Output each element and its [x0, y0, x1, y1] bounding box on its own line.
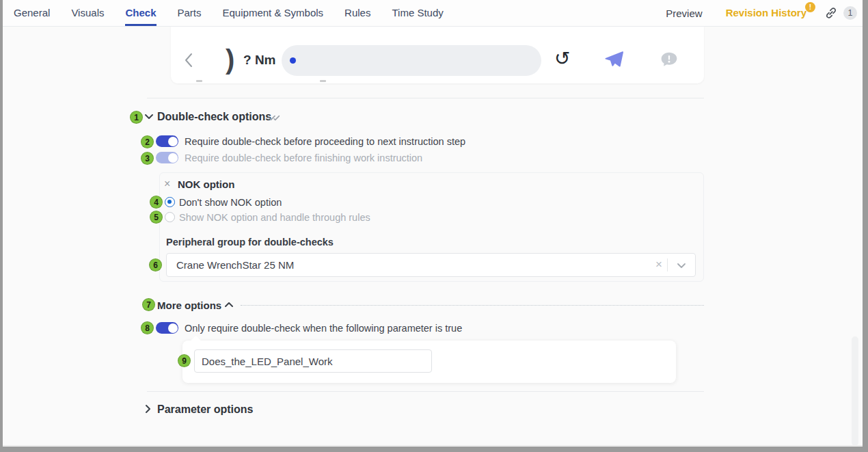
nok-option-title: NOK option — [178, 178, 234, 191]
collapse-chevron-right-icon[interactable] — [145, 404, 151, 414]
radio-show-nok-label[interactable]: Show NOK option and handle through rules — [179, 212, 370, 224]
toggle-knob — [168, 323, 178, 333]
nav-tabs: General Visuals Check Parts Equipment & … — [14, 0, 444, 26]
annotation-marker-4: 4 — [150, 196, 163, 209]
cursor-dot — [290, 57, 296, 64]
right-scrollbar-strip[interactable] — [863, 0, 868, 452]
comment-alert-icon[interactable] — [660, 51, 678, 68]
select-chevron-down-icon[interactable] — [677, 263, 686, 268]
radio-dont-show-nok[interactable] — [165, 197, 175, 207]
tab-equipment-symbols[interactable]: Equipment & Symbols — [223, 0, 324, 26]
dotted-divider — [241, 305, 704, 306]
peripheral-group-select[interactable]: Crane WrenchStar 25 NM × — [166, 253, 696, 277]
revision-history-button[interactable]: Revision History ! — [726, 7, 806, 19]
annotation-marker-9: 9 — [178, 354, 191, 367]
revision-alert-badge: ! — [805, 2, 815, 12]
annotation-marker-2: 2 — [141, 135, 154, 148]
annotation-marker-8: 8 — [141, 321, 154, 334]
toggle-double-check-next-step[interactable] — [156, 135, 178, 147]
check-toolbar-card: ) ? Nm ↺ — [171, 26, 704, 83]
bottom-edge-line — [3, 445, 863, 446]
collapse-chevron-down-icon[interactable] — [144, 114, 154, 120]
toggle-finish-label[interactable]: Require double-check before finishing wo… — [185, 152, 422, 164]
app-window: General Visuals Check Parts Equipment & … — [0, 0, 868, 452]
parameter-options-title[interactable]: Parameter options — [157, 403, 253, 416]
annotation-marker-1: 1 — [130, 111, 143, 124]
preview-button[interactable]: Preview — [666, 8, 702, 19]
torque-value-input[interactable] — [282, 45, 541, 76]
select-separator — [667, 258, 668, 271]
top-nav: General Visuals Check Parts Equipment & … — [0, 0, 868, 27]
double-check-icon — [268, 113, 282, 122]
toggle-parameter-label[interactable]: Only require double-check when the follo… — [185, 323, 462, 334]
radio-show-nok[interactable] — [165, 212, 175, 222]
toggle-double-check-finish[interactable] — [156, 152, 178, 163]
collapse-chevron-up-icon[interactable] — [224, 302, 234, 308]
revision-history-label: Revision History — [726, 7, 806, 18]
double-check-options-title[interactable]: Double-check options — [157, 110, 271, 123]
link-icon[interactable] — [824, 6, 838, 20]
section-divider — [147, 98, 704, 98]
undo-icon[interactable]: ↺ — [554, 49, 570, 69]
section-divider — [147, 391, 704, 392]
toggle-knob — [168, 153, 178, 163]
tab-parts[interactable]: Parts — [178, 0, 202, 26]
annotation-marker-5: 5 — [150, 211, 163, 224]
nav-right-cluster: Preview Revision History ! 1 — [666, 0, 857, 26]
clear-selection-icon[interactable]: × — [655, 258, 662, 271]
annotation-marker-3: 3 — [141, 152, 154, 165]
more-options-title[interactable]: More options — [157, 300, 221, 312]
parameter-name-input[interactable] — [194, 349, 432, 373]
annotation-marker-6: 6 — [149, 258, 162, 271]
toggle-next-step-label[interactable]: Require double-check before proceeding t… — [185, 136, 465, 148]
peripheral-group-label: Peripheral group for double-checks — [166, 237, 334, 248]
radio-dont-show-nok-label[interactable]: Don't show NOK option — [179, 197, 282, 209]
annotation-marker-7: 7 — [142, 298, 155, 311]
tab-check[interactable]: Check — [125, 0, 156, 26]
tab-general[interactable]: General — [14, 0, 50, 26]
nok-close-icon[interactable]: × — [164, 178, 170, 189]
toggle-parameter-condition[interactable] — [156, 322, 178, 334]
content-scrollbar-thumb[interactable] — [852, 336, 858, 446]
horizontal-scrollbar-strip[interactable] — [0, 447, 868, 452]
clipped-text-fragment — [320, 80, 326, 82]
torque-fragment-glyph: ) — [226, 44, 234, 75]
peripheral-group-value: Crane WrenchStar 25 NM — [176, 254, 294, 276]
send-icon[interactable] — [604, 50, 623, 69]
left-scrollbar-strip[interactable] — [0, 0, 3, 452]
toggle-knob — [168, 137, 178, 146]
tab-visuals[interactable]: Visuals — [71, 0, 104, 26]
link-count-badge[interactable]: 1 — [843, 6, 857, 20]
tab-time-study[interactable]: Time Study — [392, 0, 443, 26]
back-chevron-icon[interactable] — [185, 53, 193, 68]
radio-dot — [167, 200, 172, 204]
tab-rules[interactable]: Rules — [344, 0, 370, 26]
torque-unit-label: ? Nm — [243, 53, 276, 68]
clipped-text-fragment — [196, 80, 202, 82]
